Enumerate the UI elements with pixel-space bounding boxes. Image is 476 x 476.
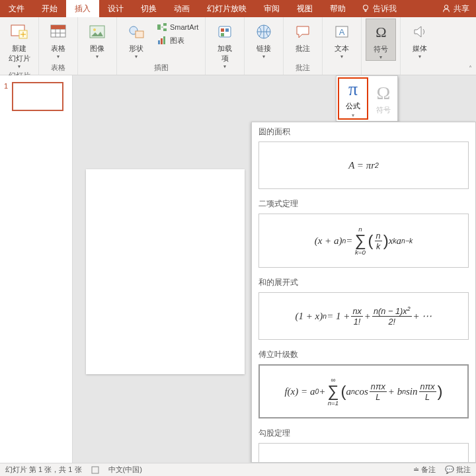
eq-circle[interactable]: A = πr2 [258,141,469,189]
tab-file[interactable]: 文件 [0,0,33,17]
group-illust-label: 插图 [154,61,169,75]
equation-gallery: 圆的面积 A = πr2 二项式定理 (x + a)n = n∑k=0 (nk)… [251,122,476,463]
smartart-button[interactable]: SmartArt [154,21,201,33]
eq-fourier[interactable]: f(x) = a0 + ∞∑n=1 (an cosnπxL + bn sinnπ… [258,364,469,418]
addins-label: 加载 项 [218,44,232,63]
eq-circle-title: 圆的面积 [252,122,475,141]
text-icon: A [331,21,352,42]
svg-rect-14 [161,38,163,44]
svg-rect-13 [158,40,160,44]
svg-rect-10 [157,24,161,30]
status-notes[interactable]: ≐ 备注 [413,465,436,475]
images-button[interactable]: 图像 ▾ [82,19,112,60]
group-comments: 批注 批注 [284,17,323,75]
equation-button[interactable]: π 公式 ▾ [338,77,368,120]
share-button[interactable]: 共享 [435,3,476,15]
comment-button[interactable]: 批注 [288,19,318,54]
table-button[interactable]: 表格 ▾ [43,19,73,60]
new-slide-icon [9,21,30,42]
status-a11y-icon[interactable] [91,466,99,474]
group-symbols: Ω 符号 ▾ [362,17,401,75]
picture-icon [87,21,108,42]
group-symbols-label [380,63,382,75]
images-label: 图像 [90,44,104,54]
tab-insert[interactable]: 插入 [66,0,99,17]
text-button[interactable]: A 文本 ▾ [327,19,357,60]
thumb-number: 1 [4,82,8,111]
tab-animation[interactable]: 动画 [165,0,198,17]
group-images: 图像 ▾ [78,17,117,75]
tab-design[interactable]: 设计 [99,0,132,17]
slide-thumbnail[interactable]: 1 [4,82,68,111]
symbol-split-dropdown: π 公式 ▾ Ω 符号 [336,75,398,122]
svg-rect-23 [92,467,99,473]
svg-rect-18 [225,28,229,32]
ribbon: 新建 幻灯片 ▾ 幻灯片 表格 ▾ 表格 图像 ▾ [0,17,476,75]
group-text-label [341,63,343,75]
omega-grey-icon: Ω [377,83,391,104]
shapes-button[interactable]: 形状 ▾ [121,19,151,60]
slide-canvas[interactable] [86,169,245,374]
chart-icon [157,35,167,46]
tab-transition[interactable]: 切换 [132,0,165,17]
tab-review[interactable]: 审阅 [255,0,288,17]
tab-home[interactable]: 开始 [33,0,66,17]
svg-rect-19 [221,33,224,36]
status-lang[interactable]: 中文(中国) [108,465,142,475]
eq-fourier-title: 傅立叶级数 [252,345,475,364]
pi-icon: π [348,79,358,100]
tab-slideshow[interactable]: 幻灯片放映 [198,0,255,17]
chart-button[interactable]: 图表 [154,34,201,46]
eq-pyth[interactable]: a2 + b2 = c2 [258,443,469,463]
group-tables: 表格 ▾ 表格 [39,17,78,75]
shapes-icon [126,21,147,42]
eq-sum[interactable]: (1 + x)n = 1 + nx1! + n(n − 1)x22! + ⋯ [258,292,469,340]
shapes-label: 形状 [129,44,143,54]
svg-point-0 [364,5,368,10]
omega-icon: Ω [370,22,391,43]
collapse-ribbon-icon[interactable]: ˄ [469,65,472,72]
status-slide: 幻灯片 第 1 张，共 1 张 [5,465,82,475]
svg-rect-9 [136,31,143,38]
group-slides: 新建 幻灯片 ▾ 幻灯片 [0,17,39,75]
new-slide-button[interactable]: 新建 幻灯片 ▾ [4,19,34,69]
svg-point-7 [93,28,96,31]
eq-binom-title: 二项式定理 [252,194,475,214]
group-addins: 加载 项 ▾ [206,17,245,75]
smartart-label: SmartArt [170,23,198,31]
eq-pyth-title: 勾股定理 [252,424,475,443]
status-bar: 幻灯片 第 1 张，共 1 张 中文(中国) ≐ 备注 💬 批注 [0,463,476,476]
chart-label: 图表 [170,36,184,46]
tab-help[interactable]: 帮助 [321,0,354,17]
status-comments[interactable]: 💬 批注 [445,465,471,475]
group-comments-label: 批注 [296,61,310,75]
symbol-insert-button[interactable]: Ω 符号 [370,76,397,121]
group-tables-label: 表格 [51,61,65,75]
comment-label: 批注 [296,44,310,54]
group-links-label [263,63,265,75]
comment-icon [292,21,313,42]
group-text: A 文本 ▾ [323,17,362,75]
link-button[interactable]: 链接 ▾ [249,19,279,60]
media-label: 媒体 [413,44,427,54]
svg-rect-15 [163,36,165,44]
tell-me[interactable]: 告诉我 [354,3,403,15]
new-slide-label: 新建 幻灯片 [9,44,30,63]
svg-rect-11 [163,23,167,26]
svg-rect-5 [51,25,65,29]
group-media: 媒体 ▾ [401,17,439,75]
symbol-button[interactable]: Ω 符号 ▾ [366,19,396,61]
svg-text:A: A [339,27,345,37]
group-images-label [96,63,98,75]
media-button[interactable]: 媒体 ▾ [405,19,435,60]
speaker-icon [409,21,430,42]
eq-sum-title: 和的展开式 [252,273,475,292]
addins-button[interactable]: 加载 项 ▾ [210,19,240,69]
eq-binom[interactable]: (x + a)n = n∑k=0 (nk) xkan−k [258,214,469,268]
svg-rect-12 [163,28,167,31]
caret-icon: ▾ [18,63,20,69]
table-icon [48,21,69,42]
share-label: 共享 [454,3,469,15]
tab-view[interactable]: 视图 [288,0,321,17]
addins-icon [214,21,235,42]
